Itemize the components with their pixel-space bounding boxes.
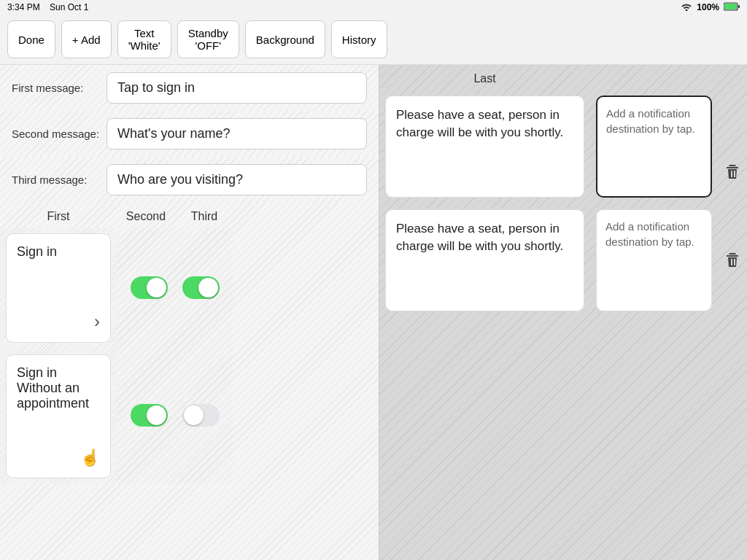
left-panel: First message: Second message: Third mes… xyxy=(0,65,379,560)
card-signin-without[interactable]: Sign in Without an appointment ☝ xyxy=(6,354,111,478)
status-time: 3:34 PM Sun Oct 1 xyxy=(7,2,88,12)
notif-card-2[interactable]: Add a notification destination by tap. xyxy=(596,209,712,311)
left-grid: Sign in › Sign in Without an appointment… xyxy=(0,228,379,484)
notif-text-2: Add a notification destination by tap. xyxy=(605,220,694,248)
standby-button[interactable]: Standby'OFF' xyxy=(177,20,239,58)
delete-btn-2[interactable] xyxy=(721,249,743,271)
first-message-input[interactable] xyxy=(107,72,367,104)
card-signin-without-title: Sign in Without an appointment xyxy=(17,365,100,411)
delete-col-1 xyxy=(718,90,747,203)
background-button[interactable]: Background xyxy=(245,20,325,58)
second-message-input[interactable] xyxy=(107,118,367,149)
history-button[interactable]: History xyxy=(331,20,387,58)
toggle-row-2 xyxy=(117,348,233,483)
delete-btn-1[interactable] xyxy=(721,161,743,183)
main-content: First message: Second message: Third mes… xyxy=(0,65,747,560)
last-msg-text-2: Please have a seat, person in charge wil… xyxy=(396,222,563,253)
right-row-1: Please have a seat, person in charge wil… xyxy=(379,90,747,203)
svg-rect-2 xyxy=(738,5,740,8)
col-header-second: Second xyxy=(117,210,175,223)
wifi-icon xyxy=(681,2,692,13)
col-header-third: Third xyxy=(175,210,233,223)
col-toggles xyxy=(117,228,233,484)
done-button[interactable]: Done xyxy=(7,20,55,58)
notif-text-1: Add a notification destination by tap. xyxy=(606,107,695,135)
col-header-last-wrapper: Last xyxy=(379,65,747,90)
third-message-input[interactable] xyxy=(107,164,367,195)
toolbar: Done + Add Text'White' Standby'OFF' Back… xyxy=(0,15,747,65)
card-signin-title: Sign in xyxy=(17,244,100,260)
toggle-row1-second[interactable] xyxy=(131,276,168,299)
chevron-right-icon: › xyxy=(94,311,100,332)
notif-card-1[interactable]: Add a notification destination by tap. xyxy=(596,96,712,198)
battery-icon xyxy=(724,2,740,13)
notif-col-2: Add a notification destination by tap. xyxy=(590,203,718,317)
add-button[interactable]: + Add xyxy=(61,20,112,58)
last-msg-card-2[interactable]: Please have a seat, person in charge wil… xyxy=(385,209,584,311)
touch-icon: ☝ xyxy=(80,448,100,467)
col-header-last: Last xyxy=(379,72,590,85)
right-panel: Last Please have a seat, person in charg… xyxy=(379,65,747,560)
second-message-label: Second message: xyxy=(12,128,107,140)
status-right: 100% xyxy=(681,2,740,13)
toggle-row2-third[interactable] xyxy=(182,404,220,427)
third-message-row: Third message: xyxy=(0,157,379,203)
toggle-row2-second[interactable] xyxy=(131,404,168,427)
last-msg-col-1: Please have a seat, person in charge wil… xyxy=(379,90,590,203)
second-message-row: Second message: xyxy=(0,111,379,157)
col-first: Sign in › Sign in Without an appointment… xyxy=(0,228,117,484)
svg-rect-1 xyxy=(724,4,737,9)
last-msg-col-2: Please have a seat, person in charge wil… xyxy=(379,203,590,317)
battery-text: 100% xyxy=(697,2,719,12)
toggle-row1-third[interactable] xyxy=(182,276,220,299)
col-header-first: First xyxy=(0,210,117,223)
last-msg-card-1[interactable]: Please have a seat, person in charge wil… xyxy=(385,96,584,198)
text-color-button[interactable]: Text'White' xyxy=(117,20,171,58)
status-bar: 3:34 PM Sun Oct 1 100% xyxy=(0,0,747,15)
toggle-row-1 xyxy=(117,228,233,348)
delete-col-2 xyxy=(718,203,747,317)
last-msg-text-1: Please have a seat, person in charge wil… xyxy=(396,108,563,139)
first-message-row: First message: xyxy=(0,65,379,111)
notif-col-1: Add a notification destination by tap. xyxy=(590,90,718,203)
right-row-2: Please have a seat, person in charge wil… xyxy=(379,203,747,317)
first-message-label: First message: xyxy=(12,82,107,94)
third-message-label: Third message: xyxy=(12,174,107,186)
card-signin[interactable]: Sign in › xyxy=(6,233,111,343)
